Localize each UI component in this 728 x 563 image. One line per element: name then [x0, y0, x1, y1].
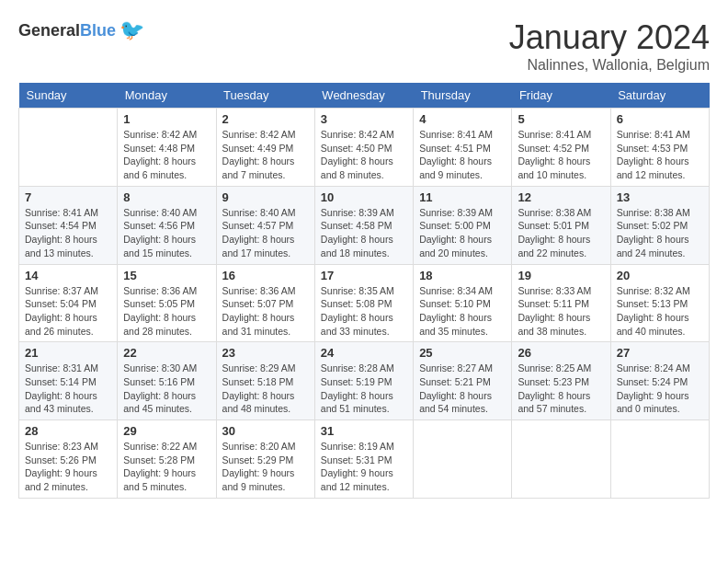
day-info: Sunrise: 8:42 AMSunset: 4:49 PMDaylight:… — [222, 128, 309, 182]
column-header-saturday: Saturday — [610, 83, 709, 109]
calendar-cell: 11Sunrise: 8:39 AMSunset: 5:00 PMDayligh… — [414, 186, 512, 264]
calendar-cell: 6Sunrise: 8:41 AMSunset: 4:53 PMDaylight… — [610, 109, 709, 187]
calendar-cell: 2Sunrise: 8:42 AMSunset: 4:49 PMDaylight… — [216, 109, 314, 187]
day-info: Sunrise: 8:33 AMSunset: 5:11 PMDaylight:… — [518, 284, 604, 339]
calendar-cell: 21Sunrise: 8:31 AMSunset: 5:14 PMDayligh… — [19, 342, 118, 420]
day-info: Sunrise: 8:38 AMSunset: 5:02 PMDaylight:… — [617, 206, 703, 260]
day-info: Sunrise: 8:20 AMSunset: 5:29 PMDaylight:… — [222, 440, 309, 494]
day-info: Sunrise: 8:40 AMSunset: 4:57 PMDaylight:… — [222, 206, 309, 260]
day-info: Sunrise: 8:36 AMSunset: 5:05 PMDaylight:… — [123, 284, 210, 339]
day-number: 21 — [25, 346, 111, 360]
day-number: 19 — [518, 269, 604, 282]
calendar-cell: 16Sunrise: 8:36 AMSunset: 5:07 PMDayligh… — [216, 264, 314, 342]
calendar-cell: 3Sunrise: 8:42 AMSunset: 4:50 PMDaylight… — [314, 109, 413, 187]
day-number: 29 — [123, 424, 210, 438]
header: GeneralBlue 🐦 January 2024 Nalinnes, Wal… — [18, 18, 710, 74]
day-number: 10 — [321, 190, 407, 204]
day-number: 13 — [617, 190, 703, 204]
day-info: Sunrise: 8:39 AMSunset: 5:00 PMDaylight:… — [419, 206, 506, 260]
day-info: Sunrise: 8:30 AMSunset: 5:16 PMDaylight:… — [123, 362, 210, 416]
calendar-cell: 10Sunrise: 8:39 AMSunset: 4:58 PMDayligh… — [314, 186, 413, 264]
day-number: 3 — [321, 112, 407, 126]
month-title: January 2024 — [509, 18, 710, 57]
day-number: 17 — [321, 269, 407, 282]
calendar-header-row: SundayMondayTuesdayWednesdayThursdayFrid… — [19, 83, 710, 109]
day-info: Sunrise: 8:41 AMSunset: 4:51 PMDaylight:… — [419, 128, 506, 182]
calendar-cell: 31Sunrise: 8:19 AMSunset: 5:31 PMDayligh… — [314, 420, 413, 499]
column-header-wednesday: Wednesday — [314, 83, 413, 109]
calendar-cell — [414, 420, 512, 499]
day-info: Sunrise: 8:41 AMSunset: 4:52 PMDaylight:… — [518, 128, 604, 182]
day-number: 16 — [222, 269, 309, 282]
day-number: 2 — [222, 112, 309, 126]
calendar-cell: 23Sunrise: 8:29 AMSunset: 5:18 PMDayligh… — [216, 342, 314, 420]
logo-bird-icon: 🐦 — [119, 18, 144, 42]
calendar-cell: 27Sunrise: 8:24 AMSunset: 5:24 PMDayligh… — [610, 342, 709, 420]
calendar-week-2: 7Sunrise: 8:41 AMSunset: 4:54 PMDaylight… — [19, 186, 710, 264]
calendar-cell: 18Sunrise: 8:34 AMSunset: 5:10 PMDayligh… — [414, 264, 512, 342]
day-info: Sunrise: 8:25 AMSunset: 5:23 PMDaylight:… — [518, 362, 604, 416]
day-number: 22 — [123, 346, 210, 360]
day-number: 27 — [617, 346, 703, 360]
calendar-cell — [512, 420, 610, 499]
day-number: 28 — [25, 424, 111, 438]
calendar-cell: 19Sunrise: 8:33 AMSunset: 5:11 PMDayligh… — [512, 264, 610, 342]
location-title: Nalinnes, Wallonia, Belgium — [509, 57, 710, 74]
calendar-cell: 15Sunrise: 8:36 AMSunset: 5:05 PMDayligh… — [118, 264, 216, 342]
calendar-cell: 14Sunrise: 8:37 AMSunset: 5:04 PMDayligh… — [19, 264, 118, 342]
day-number: 6 — [617, 112, 703, 126]
column-header-sunday: Sunday — [19, 83, 118, 109]
column-header-tuesday: Tuesday — [216, 83, 314, 109]
day-info: Sunrise: 8:41 AMSunset: 4:53 PMDaylight:… — [617, 128, 703, 182]
calendar-cell: 12Sunrise: 8:38 AMSunset: 5:01 PMDayligh… — [512, 186, 610, 264]
day-info: Sunrise: 8:37 AMSunset: 5:04 PMDaylight:… — [25, 284, 111, 339]
calendar-cell — [610, 420, 709, 499]
calendar-week-3: 14Sunrise: 8:37 AMSunset: 5:04 PMDayligh… — [19, 264, 710, 342]
day-number: 8 — [123, 190, 210, 204]
day-info: Sunrise: 8:41 AMSunset: 4:54 PMDaylight:… — [25, 206, 111, 260]
calendar-cell: 1Sunrise: 8:42 AMSunset: 4:48 PMDaylight… — [118, 109, 216, 187]
calendar-week-1: 1Sunrise: 8:42 AMSunset: 4:48 PMDaylight… — [19, 109, 710, 187]
calendar-cell — [19, 109, 118, 187]
logo-blue-text: Blue — [80, 21, 116, 40]
day-info: Sunrise: 8:40 AMSunset: 4:56 PMDaylight:… — [123, 206, 210, 260]
day-info: Sunrise: 8:27 AMSunset: 5:21 PMDaylight:… — [419, 362, 506, 416]
day-info: Sunrise: 8:22 AMSunset: 5:28 PMDaylight:… — [123, 440, 210, 494]
day-info: Sunrise: 8:35 AMSunset: 5:08 PMDaylight:… — [321, 284, 407, 339]
logo: GeneralBlue 🐦 — [18, 18, 144, 42]
day-info: Sunrise: 8:39 AMSunset: 4:58 PMDaylight:… — [321, 206, 407, 260]
day-info: Sunrise: 8:31 AMSunset: 5:14 PMDaylight:… — [25, 362, 111, 416]
calendar-cell: 30Sunrise: 8:20 AMSunset: 5:29 PMDayligh… — [216, 420, 314, 499]
title-area: January 2024 Nalinnes, Wallonia, Belgium — [509, 18, 710, 74]
calendar-cell: 8Sunrise: 8:40 AMSunset: 4:56 PMDaylight… — [118, 186, 216, 264]
day-info: Sunrise: 8:32 AMSunset: 5:13 PMDaylight:… — [617, 284, 703, 339]
day-info: Sunrise: 8:24 AMSunset: 5:24 PMDaylight:… — [617, 362, 703, 416]
day-info: Sunrise: 8:28 AMSunset: 5:19 PMDaylight:… — [321, 362, 407, 416]
calendar-cell: 29Sunrise: 8:22 AMSunset: 5:28 PMDayligh… — [118, 420, 216, 499]
calendar-cell: 9Sunrise: 8:40 AMSunset: 4:57 PMDaylight… — [216, 186, 314, 264]
day-number: 11 — [419, 190, 506, 204]
day-number: 12 — [518, 190, 604, 204]
day-info: Sunrise: 8:42 AMSunset: 4:48 PMDaylight:… — [123, 128, 210, 182]
day-number: 1 — [123, 112, 210, 126]
day-number: 24 — [321, 346, 407, 360]
calendar-cell: 4Sunrise: 8:41 AMSunset: 4:51 PMDaylight… — [414, 109, 512, 187]
calendar-cell: 22Sunrise: 8:30 AMSunset: 5:16 PMDayligh… — [118, 342, 216, 420]
day-info: Sunrise: 8:36 AMSunset: 5:07 PMDaylight:… — [222, 284, 309, 339]
calendar-cell: 20Sunrise: 8:32 AMSunset: 5:13 PMDayligh… — [610, 264, 709, 342]
day-info: Sunrise: 8:38 AMSunset: 5:01 PMDaylight:… — [518, 206, 604, 260]
day-info: Sunrise: 8:42 AMSunset: 4:50 PMDaylight:… — [321, 128, 407, 182]
day-number: 9 — [222, 190, 309, 204]
day-number: 20 — [617, 269, 703, 282]
calendar-cell: 26Sunrise: 8:25 AMSunset: 5:23 PMDayligh… — [512, 342, 610, 420]
column-header-friday: Friday — [512, 83, 610, 109]
day-number: 14 — [25, 269, 111, 282]
calendar-table: SundayMondayTuesdayWednesdayThursdayFrid… — [18, 83, 710, 499]
day-number: 23 — [222, 346, 309, 360]
calendar-cell: 24Sunrise: 8:28 AMSunset: 5:19 PMDayligh… — [314, 342, 413, 420]
day-number: 4 — [419, 112, 506, 126]
day-number: 26 — [518, 346, 604, 360]
day-info: Sunrise: 8:29 AMSunset: 5:18 PMDaylight:… — [222, 362, 309, 416]
calendar-cell: 25Sunrise: 8:27 AMSunset: 5:21 PMDayligh… — [414, 342, 512, 420]
calendar-cell: 13Sunrise: 8:38 AMSunset: 5:02 PMDayligh… — [610, 186, 709, 264]
